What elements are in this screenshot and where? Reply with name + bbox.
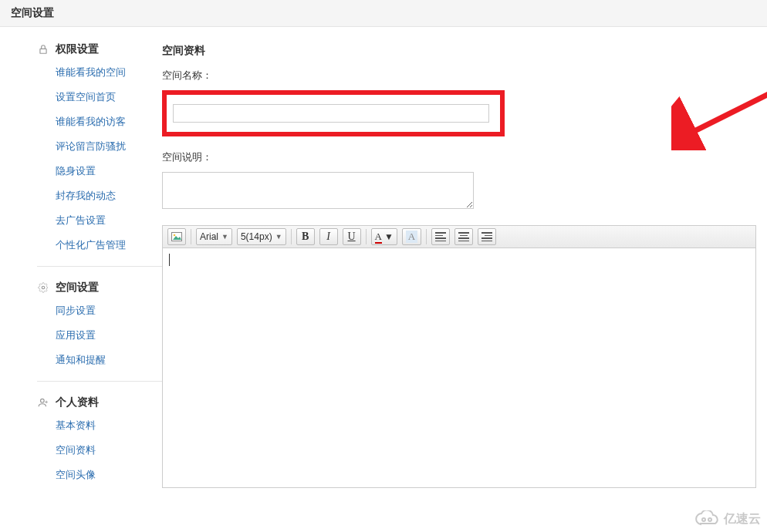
sidebar-link-who-can-see[interactable]: 谁能看我的空间 <box>56 66 126 78</box>
sidebar-item: 空间资料 <box>56 443 162 457</box>
toolbar-bold-button[interactable]: B <box>296 228 315 245</box>
text-color-icon: A <box>375 231 382 243</box>
toolbar-underline-button[interactable]: U <box>343 228 361 245</box>
align-center-icon <box>458 232 469 241</box>
space-name-field-wrap <box>162 90 767 136</box>
rich-text-editor: Arial ▼ 5(14px) ▼ B I U A ▼ A <box>162 225 756 488</box>
space-desc-textarea[interactable] <box>162 172 474 209</box>
sidebar-section-profile: 个人资料 基本资料 空间资料 空间头像 <box>37 396 162 482</box>
sidebar-section-space: 空间设置 同步设置 应用设置 通知和提醒 <box>37 281 162 367</box>
sidebar-title-label: 个人资料 <box>56 396 99 409</box>
toolbar-separator <box>366 229 367 244</box>
page-header: 空间设置 <box>0 0 767 27</box>
sidebar-link-invisible[interactable]: 隐身设置 <box>56 165 96 177</box>
sidebar-items-permissions: 谁能看我的空间 设置空间首页 谁能看我的访客 评论留言防骚扰 隐身设置 封存我的… <box>37 66 162 252</box>
sidebar-item: 设置空间首页 <box>56 90 162 104</box>
highlight-box <box>162 90 505 136</box>
sidebar-item: 空间头像 <box>56 468 162 482</box>
watermark-text: 亿速云 <box>724 511 761 527</box>
svg-point-2 <box>41 399 45 402</box>
sidebar: 权限设置 谁能看我的空间 设置空间首页 谁能看我的访客 评论留言防骚扰 隐身设置… <box>0 27 162 530</box>
sidebar-separator <box>37 266 162 267</box>
sidebar-item: 应用设置 <box>56 328 162 342</box>
sidebar-link-space-info[interactable]: 空间资料 <box>56 444 96 456</box>
sidebar-item: 同步设置 <box>56 304 162 318</box>
sidebar-title-space: 空间设置 <box>37 281 162 295</box>
sidebar-title-label: 权限设置 <box>56 42 99 56</box>
sidebar-item: 谁能看我的空间 <box>56 66 162 79</box>
sidebar-link-avatar[interactable]: 空间头像 <box>56 469 96 480</box>
sidebar-link-basic-info[interactable]: 基本资料 <box>56 419 96 431</box>
bg-color-icon: A <box>406 231 417 243</box>
sidebar-items-space: 同步设置 应用设置 通知和提醒 <box>37 304 162 367</box>
chevron-down-icon: ▼ <box>384 231 394 242</box>
editor-toolbar: Arial ▼ 5(14px) ▼ B I U A ▼ A <box>163 226 755 248</box>
sidebar-link-notify[interactable]: 通知和提醒 <box>56 354 106 365</box>
watermark: 亿速云 <box>693 510 761 527</box>
section-title: 空间资料 <box>162 44 767 58</box>
sidebar-section-permissions: 权限设置 谁能看我的空间 设置空间首页 谁能看我的访客 评论留言防骚扰 隐身设置… <box>37 42 162 252</box>
sidebar-link-ad-personalization[interactable]: 个性化广告管理 <box>56 239 126 251</box>
toolbar-bg-color-button[interactable]: A <box>402 228 421 245</box>
toolbar-align-center-button[interactable] <box>454 228 473 245</box>
toolbar-separator <box>291 229 292 244</box>
sidebar-item: 隐身设置 <box>56 164 162 178</box>
sidebar-title-label: 空间设置 <box>56 281 99 295</box>
toolbar-size-select[interactable]: 5(14px) ▼ <box>237 228 286 245</box>
align-left-icon <box>435 232 446 241</box>
toolbar-separator <box>191 229 191 244</box>
svg-point-9 <box>708 518 711 521</box>
chevron-down-icon: ▼ <box>275 233 282 241</box>
sidebar-item: 个性化广告管理 <box>56 238 162 252</box>
align-right-icon <box>481 232 492 241</box>
toolbar-image-button[interactable] <box>167 228 186 245</box>
page-title: 空间设置 <box>11 6 54 19</box>
sidebar-item: 谁能看我的访客 <box>56 115 162 129</box>
toolbar-align-left-button[interactable] <box>431 228 450 245</box>
space-name-label: 空间名称： <box>162 69 767 82</box>
editor-body[interactable] <box>163 248 755 487</box>
toolbar-font-value: Arial <box>200 231 218 242</box>
sidebar-separator <box>37 381 162 382</box>
toolbar-italic-button[interactable]: I <box>319 228 338 245</box>
sidebar-item: 基本资料 <box>56 419 162 433</box>
sidebar-title-permissions: 权限设置 <box>37 42 162 56</box>
person-icon <box>37 396 49 409</box>
main-content: 空间资料 空间名称： 空间说明： Arial ▼ 5( <box>162 27 767 530</box>
svg-point-1 <box>42 286 45 289</box>
sidebar-item: 封存我的动态 <box>56 189 162 203</box>
sidebar-link-archive-feed[interactable]: 封存我的动态 <box>56 190 116 201</box>
toolbar-font-select[interactable]: Arial ▼ <box>196 228 232 245</box>
space-name-input[interactable] <box>173 104 489 123</box>
sidebar-title-profile: 个人资料 <box>37 396 162 409</box>
page-body: 权限设置 谁能看我的空间 设置空间首页 谁能看我的访客 评论留言防骚扰 隐身设置… <box>0 27 767 530</box>
toolbar-align-right-button[interactable] <box>478 228 496 245</box>
sidebar-link-sync[interactable]: 同步设置 <box>56 305 96 316</box>
svg-point-6 <box>174 234 176 237</box>
sidebar-items-profile: 基本资料 空间资料 空间头像 <box>37 419 162 482</box>
svg-rect-0 <box>40 49 46 53</box>
sidebar-link-apps[interactable]: 应用设置 <box>56 329 96 341</box>
text-cursor-icon <box>169 254 170 266</box>
sidebar-item: 通知和提醒 <box>56 353 162 367</box>
toolbar-size-value: 5(14px) <box>241 231 272 242</box>
lock-icon <box>37 43 49 56</box>
svg-point-8 <box>702 518 705 521</box>
space-desc-field-wrap <box>162 172 767 211</box>
sidebar-item: 去广告设置 <box>56 214 162 227</box>
sidebar-link-who-see-visitors[interactable]: 谁能看我的访客 <box>56 116 126 127</box>
sidebar-link-remove-ads[interactable]: 去广告设置 <box>56 214 106 226</box>
sidebar-link-set-homepage[interactable]: 设置空间首页 <box>56 91 116 103</box>
cloud-icon <box>693 510 721 527</box>
space-desc-label: 空间说明： <box>162 150 767 164</box>
toolbar-separator <box>426 229 427 244</box>
sidebar-link-comment-antispam[interactable]: 评论留言防骚扰 <box>56 140 126 152</box>
sidebar-item: 评论留言防骚扰 <box>56 140 162 153</box>
chevron-down-icon: ▼ <box>221 233 228 241</box>
toolbar-text-color-button[interactable]: A ▼ <box>371 228 397 245</box>
gear-icon <box>37 281 49 294</box>
